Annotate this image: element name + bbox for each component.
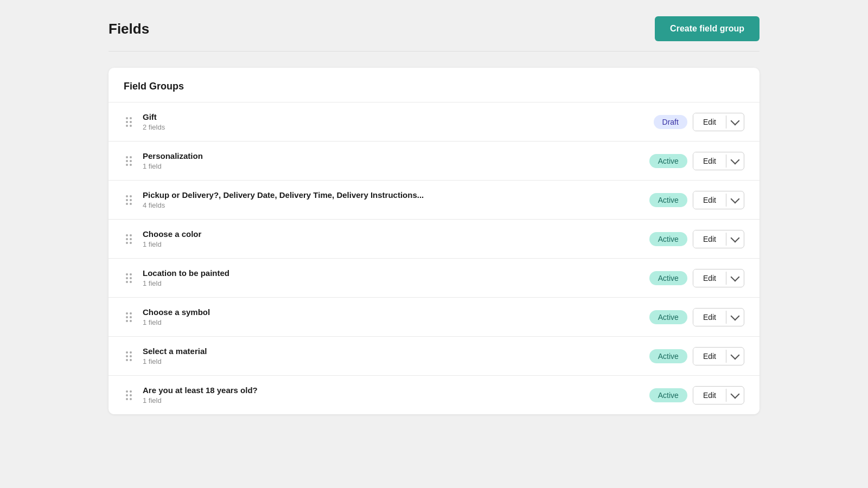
table-row: Choose a symbol 1 field Active Edit — [108, 298, 760, 337]
chevron-down-icon — [731, 233, 740, 242]
drag-handle[interactable] — [124, 310, 134, 324]
field-group-name: Gift — [143, 112, 645, 121]
field-info: Personalization 1 field — [143, 151, 641, 170]
field-info: Select a material 1 field — [143, 346, 641, 365]
page-header: Fields Create field group — [108, 16, 760, 52]
chevron-down-icon — [731, 194, 740, 203]
drag-handle[interactable] — [124, 232, 134, 246]
edit-button-group: Edit — [693, 269, 744, 287]
dropdown-button[interactable] — [726, 115, 744, 129]
field-group-name: Select a material — [143, 346, 641, 356]
field-group-count: 1 field — [143, 396, 641, 404]
create-field-group-button[interactable]: Create field group — [655, 16, 760, 41]
table-row: Location to be painted 1 field Active Ed… — [108, 259, 760, 298]
status-badge: Active — [649, 271, 687, 285]
drag-handle[interactable] — [124, 271, 134, 285]
chevron-down-icon — [731, 311, 740, 320]
dropdown-button[interactable] — [726, 389, 744, 402]
field-info: Gift 2 fields — [143, 112, 645, 131]
edit-button-group: Edit — [693, 308, 744, 326]
field-info: Are you at least 18 years old? 1 field — [143, 386, 641, 404]
field-actions: Active Edit — [649, 308, 744, 326]
drag-handle[interactable] — [124, 154, 134, 168]
chevron-down-icon — [731, 350, 740, 359]
field-actions: Draft Edit — [654, 113, 744, 131]
dropdown-button[interactable] — [726, 194, 744, 207]
drag-handle[interactable] — [124, 388, 134, 402]
table-row: Pickup or Delivery?, Delivery Date, Deli… — [108, 181, 760, 220]
table-row: Select a material 1 field Active Edit — [108, 337, 760, 376]
status-badge: Draft — [654, 115, 687, 129]
drag-handle[interactable] — [124, 115, 134, 129]
field-group-count: 1 field — [143, 240, 641, 248]
field-group-name: Choose a color — [143, 229, 641, 239]
edit-button[interactable]: Edit — [693, 309, 726, 326]
status-badge: Active — [649, 154, 687, 168]
field-actions: Active Edit — [649, 269, 744, 287]
field-actions: Active Edit — [649, 347, 744, 365]
status-badge: Active — [649, 310, 687, 324]
edit-button[interactable]: Edit — [693, 269, 726, 287]
field-group-count: 1 field — [143, 279, 641, 287]
status-badge: Active — [649, 349, 687, 363]
dropdown-button[interactable] — [726, 272, 744, 285]
drag-handle[interactable] — [124, 349, 134, 363]
status-badge: Active — [649, 193, 687, 207]
page-container: Fields Create field group Field Groups G… — [0, 0, 868, 431]
field-group-name: Location to be painted — [143, 268, 641, 278]
field-info: Choose a color 1 field — [143, 229, 641, 248]
field-group-count: 1 field — [143, 162, 641, 170]
card-title: Field Groups — [108, 68, 760, 102]
field-actions: Active Edit — [649, 386, 744, 404]
field-group-name: Are you at least 18 years old? — [143, 386, 641, 395]
drag-handle[interactable] — [124, 193, 134, 207]
edit-button[interactable]: Edit — [693, 348, 726, 365]
dropdown-button[interactable] — [726, 155, 744, 168]
field-groups-card: Field Groups Gift 2 fields Draft Edit — [108, 68, 760, 414]
edit-button-group: Edit — [693, 347, 744, 365]
dropdown-button[interactable] — [726, 311, 744, 324]
table-row: Personalization 1 field Active Edit — [108, 142, 760, 181]
edit-button[interactable]: Edit — [693, 387, 726, 404]
field-info: Location to be painted 1 field — [143, 268, 641, 287]
chevron-down-icon — [731, 272, 740, 281]
chevron-down-icon — [731, 116, 740, 125]
field-group-count: 2 fields — [143, 123, 645, 131]
field-info: Choose a symbol 1 field — [143, 307, 641, 326]
edit-button[interactable]: Edit — [693, 113, 726, 131]
chevron-down-icon — [731, 155, 740, 164]
field-group-count: 4 fields — [143, 201, 641, 209]
field-info: Pickup or Delivery?, Delivery Date, Deli… — [143, 190, 641, 209]
field-group-name: Personalization — [143, 151, 641, 160]
edit-button[interactable]: Edit — [693, 152, 726, 170]
field-group-name: Choose a symbol — [143, 307, 641, 317]
edit-button-group: Edit — [693, 386, 744, 404]
edit-button-group: Edit — [693, 230, 744, 248]
field-actions: Active Edit — [649, 191, 744, 209]
edit-button-group: Edit — [693, 113, 744, 131]
table-row: Choose a color 1 field Active Edit — [108, 220, 760, 259]
table-row: Gift 2 fields Draft Edit — [108, 102, 760, 142]
dropdown-button[interactable] — [726, 233, 744, 246]
edit-button-group: Edit — [693, 152, 744, 170]
edit-button[interactable]: Edit — [693, 230, 726, 248]
field-actions: Active Edit — [649, 152, 744, 170]
edit-button-group: Edit — [693, 191, 744, 209]
field-actions: Active Edit — [649, 230, 744, 248]
dropdown-button[interactable] — [726, 350, 744, 363]
table-row: Are you at least 18 years old? 1 field A… — [108, 376, 760, 414]
edit-button[interactable]: Edit — [693, 191, 726, 209]
field-group-name: Pickup or Delivery?, Delivery Date, Deli… — [143, 190, 641, 200]
page-title: Fields — [108, 21, 149, 37]
field-group-count: 1 field — [143, 318, 641, 326]
status-badge: Active — [649, 388, 687, 402]
status-badge: Active — [649, 232, 687, 246]
field-groups-list: Gift 2 fields Draft Edit — [108, 102, 760, 414]
chevron-down-icon — [731, 389, 740, 399]
field-group-count: 1 field — [143, 357, 641, 365]
